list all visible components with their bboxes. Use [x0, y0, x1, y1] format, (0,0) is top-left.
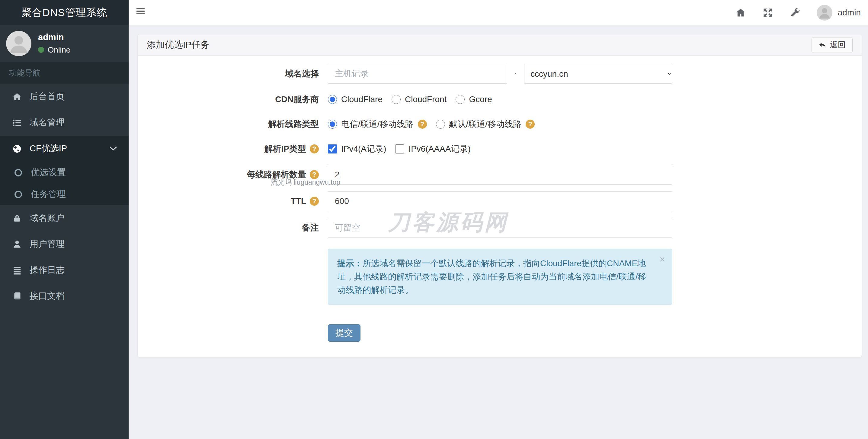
sidebar-treeview-cf-ip: CF优选IP 优选设置 任务管理 [0, 136, 129, 205]
domain-select[interactable]: cccyun.cn [524, 64, 672, 84]
sidebar-item-users[interactable]: 用户管理 [0, 231, 129, 257]
sidebar-item-label: 域名管理 [30, 117, 65, 129]
avatar[interactable] [817, 5, 832, 21]
sidebar-item-domain-accounts[interactable]: 域名账户 [0, 205, 129, 231]
log-list-icon [11, 265, 23, 275]
topbar: admin [129, 0, 868, 25]
alert-prefix: 提示： [337, 259, 363, 268]
help-icon[interactable]: ? [418, 120, 427, 129]
info-alert: 提示：所选域名需保留一个默认线路的解析记录，指向CloudFlare提供的CNA… [328, 248, 672, 305]
form-row-cdn: CDN服务商 CloudFlare CloudFront Gcore [138, 90, 862, 109]
wrench-icon[interactable] [789, 7, 800, 18]
home-icon [11, 92, 23, 102]
app-title: 聚合DNS管理系统 [0, 0, 129, 25]
form-row-ip-type: 解析IP类型 ? IPv4(A记录) IPv6(AAAA记录) [138, 140, 862, 158]
sidebar-menu: 后台首页 域名管理 CF优选IP 优选设置 [0, 84, 129, 309]
sidebar-item-label: CF优选IP [30, 143, 67, 155]
ip-type-option-ipv6[interactable]: IPv6(AAAA记录) [395, 143, 470, 155]
remark-label: 备注 [138, 222, 328, 234]
ip-type-label: 解析IP类型 ? [138, 143, 328, 155]
sidebar-nav-header: 功能导航 [0, 62, 129, 84]
sidebar-item-logs[interactable]: 操作日志 [0, 257, 129, 283]
chevron-down-icon [109, 146, 117, 151]
fullscreen-icon[interactable] [762, 7, 773, 18]
circle-icon [12, 168, 24, 178]
panel-body: 域名选择 . cccyun.cn CDN服务商 CloudFlare Cloud… [138, 56, 862, 342]
topbar-right: admin [735, 0, 861, 25]
submit-button[interactable]: 提交 [328, 324, 361, 342]
cdn-option-cloudflare[interactable]: CloudFlare [328, 94, 382, 104]
online-status-label: Online [48, 45, 70, 55]
sidebar-item-dashboard[interactable]: 后台首页 [0, 84, 129, 110]
line-type-option-isp[interactable]: 电信/联通/移动线路 ? [328, 118, 427, 130]
cloudfront-radio[interactable] [392, 95, 401, 104]
form-row-per-line: 每线路解析数量 ? [138, 165, 862, 185]
watermark-small: 流光坞 liuguangwu.top [271, 178, 340, 187]
help-icon[interactable]: ? [526, 120, 535, 129]
close-icon[interactable]: × [659, 254, 665, 264]
sidebar-user-panel: admin Online [0, 25, 129, 62]
circle-icon [12, 189, 24, 199]
gcore-radio[interactable] [456, 95, 465, 104]
alert-text: 所选域名需保留一个默认线路的解析记录，指向CloudFlare提供的CNAME地… [337, 259, 646, 295]
online-status-dot [38, 47, 44, 53]
sidebar-item-label: 域名账户 [30, 212, 65, 224]
sidebar-item-label: 后台首页 [30, 91, 65, 103]
sidebar-subitem-preferred-settings[interactable]: 优选设置 [0, 162, 129, 183]
sidebar-item-label: 操作日志 [30, 264, 65, 276]
help-icon[interactable]: ? [310, 144, 319, 153]
per-line-count-input[interactable] [328, 165, 672, 185]
sidebar-subitem-label: 优选设置 [31, 167, 66, 179]
sidebar-toggle-button[interactable] [136, 8, 145, 16]
sidebar-item-label: 接口文档 [30, 290, 65, 302]
sidebar-username: admin [38, 32, 70, 42]
cdn-label: CDN服务商 [138, 94, 328, 105]
globe-icon [11, 144, 23, 154]
form-row-line-type: 解析线路类型 电信/联通/移动线路 ? 默认/联通/移动线路 ? [138, 115, 862, 133]
sidebar-item-api-docs[interactable]: 接口文档 [0, 283, 129, 309]
back-button-label: 返回 [830, 39, 846, 50]
host-record-input[interactable] [328, 64, 507, 84]
reply-arrow-icon [818, 41, 826, 49]
sidebar-item-label: 用户管理 [30, 238, 65, 250]
book-icon [11, 291, 23, 301]
line-type-option-default[interactable]: 默认/联通/移动线路 ? [436, 118, 535, 130]
default-line-radio[interactable] [436, 120, 445, 129]
cloudflare-radio[interactable] [328, 95, 337, 104]
topbar-username[interactable]: admin [838, 8, 861, 18]
sidebar-subitem-task-management[interactable]: 任务管理 [0, 183, 129, 205]
add-task-panel: 添加优选IP任务 返回 域名选择 . cccyun.cn CDN服务商 [137, 34, 862, 357]
sidebar-item-cf-ip[interactable]: CF优选IP [0, 136, 129, 162]
ipv6-checkbox[interactable] [395, 144, 404, 153]
sidebar: 聚合DNS管理系统 admin Online 功能导航 后台首页 域名管理 [0, 0, 129, 439]
sidebar-subitem-label: 任务管理 [31, 188, 66, 200]
page-title: 添加优选IP任务 [147, 39, 210, 51]
ttl-label: TTL ? [138, 196, 328, 206]
form-row-domain: 域名选择 . cccyun.cn [138, 64, 862, 84]
ipv4-checkbox[interactable] [328, 144, 337, 153]
lock-icon [11, 213, 23, 223]
panel-header: 添加优选IP任务 返回 [138, 34, 862, 56]
line-type-label: 解析线路类型 [138, 118, 328, 130]
ip-type-option-ipv4[interactable]: IPv4(A记录) [328, 143, 386, 155]
domain-separator: . [507, 64, 524, 77]
cdn-option-cloudfront[interactable]: CloudFront [392, 94, 447, 104]
list-icon [11, 118, 23, 128]
watermark-large: 刀客源码网 [388, 208, 509, 237]
domain-label: 域名选择 [138, 68, 328, 80]
isp-line-radio[interactable] [328, 120, 337, 129]
avatar [6, 31, 31, 56]
back-button[interactable]: 返回 [811, 37, 852, 53]
sidebar-item-domains[interactable]: 域名管理 [0, 110, 129, 136]
cdn-option-gcore[interactable]: Gcore [456, 94, 492, 104]
sidebar-user-status: Online [38, 45, 70, 55]
home-icon[interactable] [735, 7, 746, 18]
help-icon[interactable]: ? [310, 197, 319, 206]
user-icon [11, 239, 23, 249]
